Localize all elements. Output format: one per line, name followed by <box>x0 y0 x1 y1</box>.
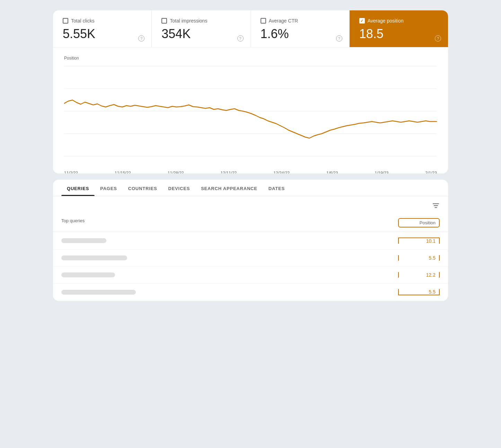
metrics-chart-card: Total clicks 5.55K ? Total impressions 3… <box>53 10 448 173</box>
metric-info-clicks[interactable]: ? <box>138 35 144 42</box>
tab-pages[interactable]: PAGES <box>95 180 123 196</box>
table-position-3: 12.2 <box>398 272 440 278</box>
table-row: 10.1 <box>53 232 448 250</box>
metric-checkbox-impressions[interactable] <box>161 18 167 24</box>
metric-label-clicks: Total clicks <box>71 18 95 24</box>
metric-label-ctr: Average CTR <box>269 18 298 24</box>
metric-total-impressions[interactable]: Total impressions 354K ? <box>152 10 250 47</box>
table-header-position: Position <box>398 218 440 227</box>
query-blur-2 <box>61 256 398 260</box>
metric-header-ctr: Average CTR <box>261 18 340 24</box>
query-blur-1 <box>61 238 398 243</box>
table-row: 12.2 <box>53 267 448 284</box>
metric-label-impressions: Total impressions <box>170 18 207 24</box>
metric-value-ctr: 1.6% <box>261 27 340 41</box>
metric-checkbox-clicks[interactable] <box>63 18 68 24</box>
metric-total-clicks[interactable]: Total clicks 5.55K ? <box>53 10 152 47</box>
tab-queries[interactable]: QUERIES <box>61 180 95 196</box>
table-position-4: 5.5 <box>398 289 440 295</box>
table-header-query: Top queries <box>61 218 398 227</box>
x-label-3: 12/11/22 <box>221 171 237 173</box>
table-header-position-container: Position <box>398 218 440 227</box>
x-label-6: 1/19/23 <box>375 171 388 173</box>
metric-average-position[interactable]: Average position 18.5 ? <box>350 10 448 47</box>
chart-svg: 0 10 20 30 <box>64 63 437 167</box>
tabs-row: QUERIES PAGES COUNTRIES DEVICES SEARCH A… <box>53 180 448 196</box>
metric-value-position: 18.5 <box>359 27 438 41</box>
table-header-row: Top queries Position <box>53 214 448 232</box>
metric-info-impressions[interactable]: ? <box>237 35 244 42</box>
metric-header-position: Average position <box>359 18 438 24</box>
table-position-2: 5.5 <box>398 255 440 261</box>
x-label-4: 12/24/22 <box>273 171 290 173</box>
metric-label-position: Average position <box>368 18 404 24</box>
metric-average-ctr[interactable]: Average CTR 1.6% ? <box>251 10 350 47</box>
x-label-5: 1/6/23 <box>326 171 338 173</box>
metric-header-clicks: Total clicks <box>63 18 142 24</box>
metric-value-clicks: 5.55K <box>63 27 142 41</box>
x-label-0: 11/2/22 <box>64 171 78 173</box>
table-row: 5.5 <box>53 250 448 267</box>
tab-search-appearance[interactable]: SEARCH APPEARANCE <box>195 180 263 196</box>
tab-devices[interactable]: DEVICES <box>162 180 195 196</box>
metric-info-ctr[interactable]: ? <box>336 35 342 42</box>
query-blur-4 <box>61 290 398 295</box>
chart-area: Position 0 10 20 30 <box>53 47 448 173</box>
table-position-1: 10.1 <box>398 238 440 244</box>
chart-y-label: Position <box>64 56 437 61</box>
metric-info-position[interactable]: ? <box>435 35 441 42</box>
x-label-7: 2/1/23 <box>425 171 437 173</box>
metrics-row: Total clicks 5.55K ? Total impressions 3… <box>53 10 448 47</box>
bottom-card: QUERIES PAGES COUNTRIES DEVICES SEARCH A… <box>53 180 448 301</box>
query-blur-3 <box>61 272 398 277</box>
chart-wrapper: 0 10 20 30 11/2/22 11/15/22 11/28/22 12/… <box>64 63 437 167</box>
metric-checkbox-position[interactable] <box>359 18 365 24</box>
x-label-1: 11/15/22 <box>115 171 131 173</box>
table-toolbar <box>53 196 448 214</box>
metric-value-impressions: 354K <box>161 27 240 41</box>
tab-countries[interactable]: COUNTRIES <box>123 180 163 196</box>
main-container: Total clicks 5.55K ? Total impressions 3… <box>53 10 448 301</box>
filter-icon[interactable] <box>432 202 440 211</box>
metric-checkbox-ctr[interactable] <box>261 18 266 24</box>
metric-header-impressions: Total impressions <box>161 18 240 24</box>
x-label-2: 11/28/22 <box>168 171 184 173</box>
tab-dates[interactable]: DATES <box>263 180 290 196</box>
table-row: 5.5 <box>53 284 448 301</box>
